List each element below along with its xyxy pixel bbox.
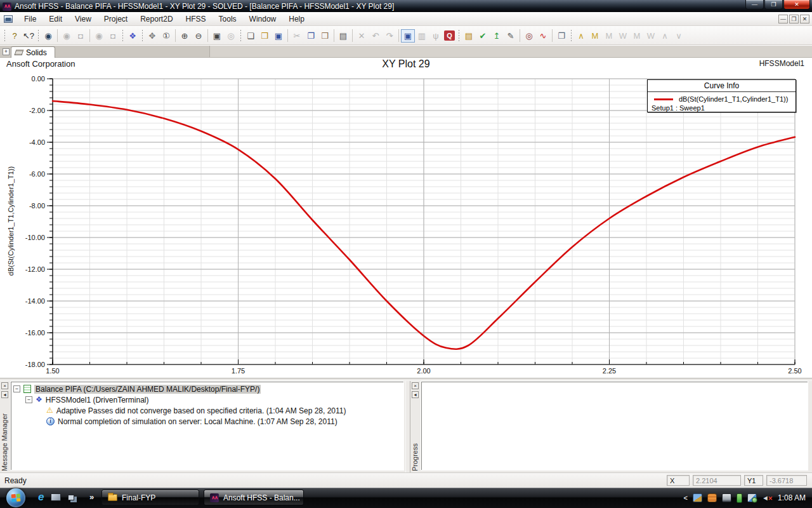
volume-muted-icon[interactable]: ◄ ✕ [762,493,771,502]
max-all-marker-icon[interactable]: M [630,29,644,43]
open-project-icon[interactable]: ❒ [258,29,272,43]
legend-curve-label: dB(St(Cylinder1_T1,Cylinder1_T1)) [679,95,788,103]
network-tray-icon[interactable] [747,493,757,502]
maximize-button[interactable]: ❐ [764,0,783,10]
zoom-in-icon[interactable]: ⊕ [178,29,192,43]
collapse-icon[interactable]: − [13,385,20,392]
mdi-restore-button[interactable]: ❐ [789,15,799,23]
window-switcher-icon[interactable] [68,495,74,500]
tree-row-warning[interactable]: ⚠ Adaptive Passes did not converge based… [12,405,402,416]
hide-selection-icon[interactable]: ◉ [60,29,74,43]
message-manager-close-icon[interactable]: × [1,382,8,389]
redo-icon[interactable]: ↷ [383,29,396,43]
distributed-machine-icon[interactable]: ψ [429,29,443,43]
edit-notes-icon[interactable]: ✎ [504,29,518,43]
toolbar-grip [37,29,39,42]
validate-icon[interactable]: ✔ [476,29,490,43]
context-help-icon[interactable]: ↖? [22,29,36,43]
create-report-icon[interactable]: ∿ [536,29,550,43]
show-all-icon[interactable]: ◘ [106,29,120,43]
zoom-original-icon[interactable]: ① [159,29,173,43]
peak-marker-icon[interactable]: ∧ [574,29,588,43]
taskbar-clock[interactable]: 1:08 AM [778,493,806,502]
legend-sweep-label: Setup1 : Sweep1 [648,103,796,112]
min-marker-icon[interactable]: W [616,29,630,43]
progress-close-icon[interactable]: × [412,382,419,389]
valley-icon[interactable]: ∨ [672,29,686,43]
hfss-model-icon: ❖ [36,396,43,404]
hide-all-icon[interactable]: ◘ [74,29,88,43]
mdi-document-icon[interactable] [4,15,13,23]
windows-logo-icon [11,494,21,502]
message-manager-collapse-icon[interactable]: ◂ [1,391,8,398]
progress-collapse-icon[interactable]: ◂ [412,391,419,398]
tree-row-project[interactable]: − Balance PIFA (C:/Users/ZAIN AHMED MALI… [12,384,402,394]
undo-icon[interactable]: ↶ [369,29,383,43]
boundary-display-icon[interactable]: ❖ [126,29,140,43]
paste-icon[interactable]: ❒ [318,29,332,43]
analyze-all-icon[interactable]: ↥ [490,29,504,43]
quick-launch-overflow-chevron[interactable]: » [89,492,94,502]
tray-expand-chevron[interactable]: < [684,494,688,502]
print-icon[interactable]: ▤ [336,29,350,43]
copy-image-icon[interactable]: ❐ [554,29,568,43]
taskbar-button-ansoft-hfss[interactable]: ∧∧ Ansoft HFSS - Balan... [204,490,304,505]
menu-tools[interactable]: Tools [213,13,243,25]
collapse-icon[interactable]: − [25,396,32,403]
menu-hfss[interactable]: HFSS [180,13,213,25]
queue-icon[interactable]: Q [444,30,455,41]
tab-solids[interactable]: Solids [11,46,55,58]
max-marker-icon[interactable]: M [602,29,616,43]
show-desktop-icon[interactable] [51,493,61,501]
tree-expand-icon[interactable]: + [3,48,10,55]
vertical-splitter[interactable] [405,381,410,472]
menu-edit[interactable]: Edit [43,13,69,25]
system-security-tray-icon[interactable] [693,493,702,502]
zoom-window-icon[interactable]: ▣ [210,29,224,43]
mdi-minimize-button[interactable]: — [778,15,788,23]
legend-header: Curve Info [648,80,796,92]
show-hide-objects-icon[interactable]: ◉ [41,29,55,43]
new-project-icon[interactable]: ❏ [244,29,258,43]
pan-icon[interactable]: ✥ [145,29,159,43]
status-y1-value: -3.6718 [766,475,807,486]
menu-bar: FileEditViewProjectReport2DHFSSToolsWind… [0,12,812,26]
start-button[interactable] [6,488,25,507]
menu-window[interactable]: Window [243,13,283,25]
taskbar-button-final-fyp[interactable]: Final-FYP [102,490,199,505]
taskbar-button-label: Ansoft HFSS - Balan... [223,493,300,502]
mdi-close-button[interactable]: ✕ [800,15,809,23]
peak-up-icon[interactable]: ∧ [658,29,672,43]
menu-project[interactable]: Project [98,13,134,25]
toolbar-separator [398,29,399,42]
save-icon[interactable]: ▣ [272,29,285,43]
menu-report2d[interactable]: Report2D [134,13,179,25]
multi-peak-marker-icon[interactable]: M [588,29,602,43]
profiles-icon[interactable]: ▤ [462,29,476,43]
cut-icon[interactable]: ✂ [290,29,304,43]
close-button[interactable]: ✕ [783,0,810,10]
remote-machine-icon[interactable]: ▥ [415,29,429,43]
menu-view[interactable]: View [69,13,98,25]
tree-row-info[interactable]: i Normal completion of simulation on ser… [12,416,402,427]
show-selection-icon[interactable]: ◉ [92,29,106,43]
help-topics-icon[interactable]: ? [8,29,22,43]
menu-file[interactable]: File [18,13,43,25]
display-tray-icon[interactable] [722,493,731,502]
delete-icon[interactable]: ✕ [355,29,369,43]
solution-data-icon[interactable]: ◎ [522,29,536,43]
tree-row-model[interactable]: − ❖ HFSSModel1 (DrivenTerminal) [12,394,402,405]
minimize-button[interactable]: — [745,0,764,10]
app-icon[interactable]: ∧∧ [3,3,11,11]
internet-explorer-icon[interactable]: e [38,491,44,503]
progress-strip: × ◂ Progress [410,381,420,472]
copy-icon[interactable]: ❐ [304,29,318,43]
database-tray-icon[interactable] [707,493,717,502]
battery-tray-icon[interactable] [737,493,742,503]
toolbar-separator [175,29,176,42]
zoom-out-icon[interactable]: ⊖ [192,29,206,43]
local-machine-icon[interactable]: ▣ [401,29,415,43]
fit-all-icon[interactable]: ◎ [224,29,238,43]
menu-help[interactable]: Help [282,13,311,25]
min-all-marker-icon[interactable]: W [644,29,658,43]
